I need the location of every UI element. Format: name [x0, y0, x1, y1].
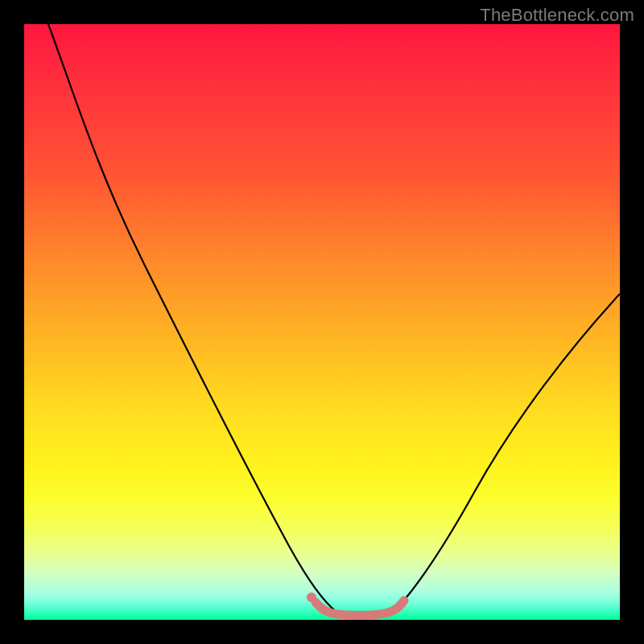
- watermark-text: TheBottleneck.com: [480, 5, 634, 26]
- chart-frame: TheBottleneck.com: [0, 0, 644, 644]
- floor-accent-curve: [316, 601, 404, 615]
- plot-area: [24, 24, 620, 620]
- bottleneck-curve: [48, 24, 620, 615]
- accent-dot-icon: [307, 592, 316, 602]
- curve-layer: [24, 24, 620, 620]
